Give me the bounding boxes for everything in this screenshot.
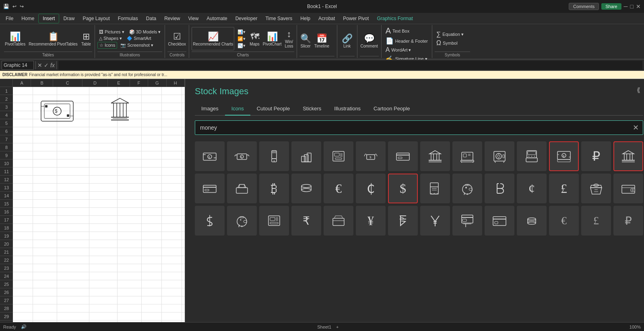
close-button[interactable]: ✕ xyxy=(636,3,641,10)
win-loss-btn[interactable]: ↕Win/Loss xyxy=(284,28,294,49)
icon-credit-card2[interactable] xyxy=(195,174,225,203)
maps-btn[interactable]: 🗺Maps xyxy=(249,31,260,47)
icon-bank2[interactable] xyxy=(613,141,643,171)
tab-formulas[interactable]: Formulas xyxy=(114,14,142,23)
icon-flash-drive[interactable] xyxy=(259,141,289,171)
header-footer-btn[interactable]: 📄 Header & Footer xyxy=(384,37,429,45)
tab-automate[interactable]: Automate xyxy=(202,14,231,23)
icon-yen2[interactable] xyxy=(420,206,450,236)
icon-rupee2[interactable] xyxy=(388,206,418,236)
share-button[interactable]: Share xyxy=(601,3,621,10)
checkbox-btn[interactable]: ☑Checkbox xyxy=(168,31,186,46)
line-chart-btn[interactable]: 📉▾ xyxy=(236,43,247,49)
tab-power-pivot[interactable]: Power Pivot xyxy=(339,14,373,23)
tab-view[interactable]: View xyxy=(184,14,203,23)
name-box[interactable] xyxy=(2,61,34,70)
icon-pound2[interactable]: £ xyxy=(581,206,611,236)
icon-euro[interactable]: € xyxy=(324,174,353,203)
icon-rouble2[interactable]: ₽ xyxy=(613,206,643,236)
pictures-btn[interactable]: 🖼Pictures ▾ xyxy=(97,29,126,35)
icon-piggy2[interactable] xyxy=(227,206,257,236)
link-btn[interactable]: 🔗Link xyxy=(342,33,353,48)
timeline-btn[interactable]: 📅Timeline xyxy=(314,33,330,49)
symbol-btn[interactable]: ΩSymbol xyxy=(435,39,470,47)
pivot-tables-btn[interactable]: 📊PivotTables xyxy=(4,31,26,47)
tab-graphics-format[interactable]: Graphics Format xyxy=(373,14,417,23)
icon-treasure[interactable] xyxy=(581,174,611,203)
tab-draw[interactable]: Draw xyxy=(59,14,78,23)
icon-pos-terminal[interactable] xyxy=(517,141,547,171)
tab-page-layout[interactable]: Page Layout xyxy=(78,14,114,23)
icon-credit-card-h[interactable] xyxy=(388,141,418,171)
icon-gold-ingots[interactable] xyxy=(227,174,257,203)
tab-file[interactable]: File xyxy=(2,14,17,23)
quick-access-save[interactable]: 💾 xyxy=(3,4,9,9)
tab-time-savers[interactable]: Time Savers xyxy=(261,14,296,23)
pivot-chart-btn[interactable]: 📊PivotChart xyxy=(262,31,283,47)
icon-wallet[interactable] xyxy=(613,174,643,203)
formula-cancel-icon[interactable]: ✕ xyxy=(37,62,42,68)
tab-icons[interactable]: Icons xyxy=(225,102,250,116)
slicer-btn[interactable]: 🔍Slicer xyxy=(299,33,312,49)
icon-cent[interactable]: ¢ xyxy=(517,174,547,203)
comments-button[interactable]: Comments xyxy=(569,3,599,10)
tab-data[interactable]: Data xyxy=(142,14,160,23)
panel-shrink-icon[interactable]: ⟪ xyxy=(637,86,640,94)
tab-images[interactable]: Images xyxy=(195,102,225,116)
comment-btn[interactable]: 💬Comment xyxy=(360,33,378,48)
maximize-button[interactable]: □ xyxy=(630,3,634,10)
icon-card2[interactable] xyxy=(485,206,514,236)
search-clear-icon[interactable]: ✕ xyxy=(629,123,643,132)
wordart-btn[interactable]: AWordArt ▾ xyxy=(384,46,429,54)
icon-dollar2[interactable] xyxy=(195,206,225,236)
icon-ruble[interactable]: ₽ xyxy=(581,141,611,171)
table-btn[interactable]: ⊞Table xyxy=(80,31,92,47)
icon-banknote-slot[interactable]: $ xyxy=(549,141,579,171)
minimize-button[interactable]: ─ xyxy=(624,3,628,10)
icon-pound[interactable]: £ xyxy=(549,174,579,203)
icon-cash-register[interactable] xyxy=(452,141,482,171)
icon-cash-machine[interactable] xyxy=(259,206,289,236)
quick-access-undo[interactable]: ↩ xyxy=(12,4,17,9)
icon-wallet2[interactable] xyxy=(324,206,353,236)
icon-gold-bars[interactable] xyxy=(291,141,321,171)
equation-btn[interactable]: ∑Equation ▾ xyxy=(435,30,470,38)
icon-coins[interactable] xyxy=(291,174,321,203)
icon-atm[interactable] xyxy=(324,141,353,171)
formula-confirm-icon[interactable]: ✓ xyxy=(44,62,49,68)
3d-models-btn[interactable]: 🎲3D Models ▾ xyxy=(128,29,163,35)
icon-rupee[interactable]: ₹ xyxy=(291,206,321,236)
icon-cedi[interactable]: ₵ xyxy=(356,174,386,203)
search-input[interactable] xyxy=(195,121,629,134)
formula-fx-icon[interactable]: fx xyxy=(50,62,55,68)
icon-card-swipe[interactable] xyxy=(452,206,482,236)
smartart-btn[interactable]: 🔷SmartArt xyxy=(125,35,153,41)
icon-dollar-sign[interactable]: $ xyxy=(388,174,418,203)
tab-help[interactable]: Help xyxy=(296,14,314,23)
tab-cutout-people[interactable]: Cutout People xyxy=(250,102,296,116)
icon-money-wings[interactable]: $ xyxy=(227,141,257,171)
tab-home[interactable]: Home xyxy=(17,14,38,23)
tab-developer[interactable]: Developer xyxy=(231,14,262,23)
tab-insert[interactable]: Insert xyxy=(38,14,59,23)
icon-yen[interactable]: ¥ xyxy=(356,206,386,236)
recommended-charts-btn[interactable]: 📈 Recommended Charts xyxy=(192,27,234,50)
column-chart-btn[interactable]: 📶▾ xyxy=(236,36,247,42)
quick-access-redo[interactable]: ↪ xyxy=(20,4,24,9)
icon-coins2[interactable] xyxy=(517,206,547,236)
icon-euro2[interactable]: € xyxy=(549,206,579,236)
icon-bank[interactable] xyxy=(420,141,450,171)
icon-bill-roll[interactable]: $ xyxy=(195,141,225,171)
icon-bitcoin2[interactable] xyxy=(485,174,514,203)
shapes-btn[interactable]: △Shapes ▾ xyxy=(97,35,124,41)
icons-btn[interactable]: ☆Icons xyxy=(97,42,117,49)
text-box-btn[interactable]: A Text Box xyxy=(384,26,429,36)
icon-safe[interactable] xyxy=(485,141,514,171)
bar-chart-btn[interactable]: 📊▾ xyxy=(236,29,247,35)
tab-acrobat[interactable]: Acrobat xyxy=(314,14,339,23)
tab-stickers[interactable]: Stickers xyxy=(296,102,328,116)
tab-cartoon-people[interactable]: Cartoon People xyxy=(367,102,416,116)
icon-bitcoin[interactable]: ₿ xyxy=(259,174,289,203)
screenshot-btn[interactable]: 📷Screenshot ▾ xyxy=(119,42,155,48)
icon-winged-money[interactable]: $ xyxy=(356,141,386,171)
